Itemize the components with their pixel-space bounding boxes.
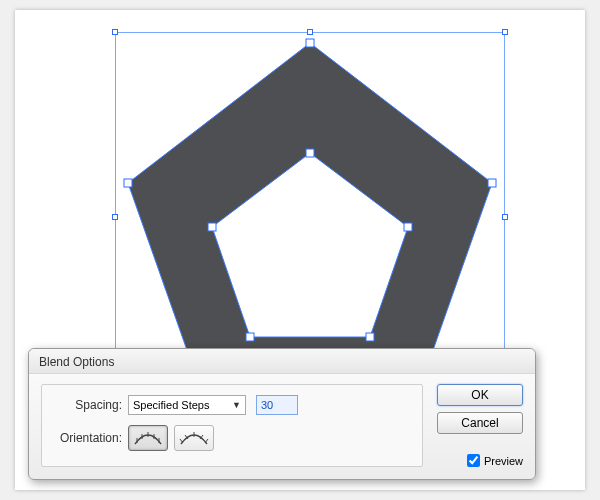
preview-label: Preview — [484, 455, 523, 467]
spacing-dropdown[interactable]: Specified Steps ▼ — [128, 395, 246, 415]
ok-button[interactable]: OK — [437, 384, 523, 406]
spacing-label: Spacing: — [52, 398, 122, 412]
svg-rect-6 — [124, 179, 132, 187]
orientation-label: Orientation: — [52, 431, 122, 445]
svg-rect-7 — [306, 149, 314, 157]
orientation-align-to-page-button[interactable] — [128, 425, 168, 451]
pentagon-shape[interactable] — [120, 35, 500, 395]
svg-rect-3 — [488, 179, 496, 187]
svg-rect-9 — [366, 333, 374, 341]
steps-input[interactable] — [256, 395, 298, 415]
svg-rect-10 — [246, 333, 254, 341]
cancel-button[interactable]: Cancel — [437, 412, 523, 434]
svg-rect-2 — [306, 39, 314, 47]
resize-handle-right[interactable] — [502, 214, 508, 220]
svg-rect-8 — [404, 223, 412, 231]
dialog-fields: Spacing: Specified Steps ▼ Orientation: — [41, 384, 423, 467]
resize-handle-left[interactable] — [112, 214, 118, 220]
resize-handle-top-left[interactable] — [112, 29, 118, 35]
chevron-down-icon: ▼ — [232, 400, 241, 410]
spacing-value: Specified Steps — [133, 399, 209, 411]
orientation-align-to-path-button[interactable] — [174, 425, 214, 451]
svg-rect-11 — [208, 223, 216, 231]
preview-checkbox[interactable] — [467, 454, 480, 467]
dialog-title: Blend Options — [29, 349, 535, 374]
resize-handle-top-right[interactable] — [502, 29, 508, 35]
blend-options-dialog: Blend Options Spacing: Specified Steps ▼… — [28, 348, 536, 480]
